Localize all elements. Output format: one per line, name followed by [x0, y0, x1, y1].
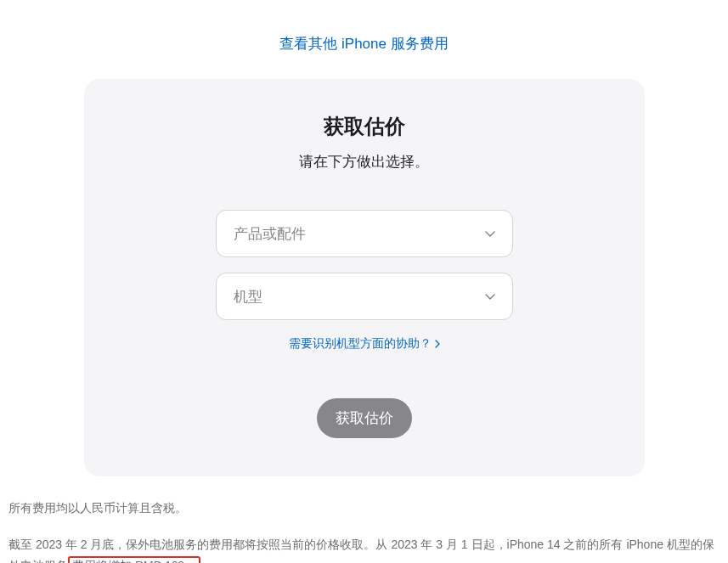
product-select-wrapper: 产品或配件: [216, 210, 513, 257]
other-services-link[interactable]: 查看其他 iPhone 服务费用: [279, 36, 448, 52]
help-link-container: 需要识别机型方面的协助？: [127, 335, 602, 352]
chevron-down-icon: [485, 228, 495, 239]
top-link-container: 查看其他 iPhone 服务费用: [0, 0, 728, 79]
identify-model-help-link[interactable]: 需要识别机型方面的协助？: [289, 336, 440, 352]
footer-line2: 截至 2023 年 2 月底，保外电池服务的费用都将按照当前的价格收取。从 20…: [8, 534, 720, 563]
estimate-card: 获取估价 请在下方做出选择。 产品或配件 机型: [84, 79, 645, 476]
chevron-right-icon: [435, 337, 440, 351]
footer-text: 所有费用均以人民币计算且含税。 截至 2023 年 2 月底，保外电池服务的费用…: [0, 476, 728, 563]
help-link-label: 需要识别机型方面的协助？: [289, 336, 432, 352]
get-estimate-button[interactable]: 获取估价: [317, 398, 412, 438]
model-select-placeholder: 机型: [234, 287, 262, 307]
model-select-wrapper: 机型: [216, 273, 513, 320]
product-select[interactable]: 产品或配件: [216, 210, 513, 257]
card-subtitle: 请在下方做出选择。: [127, 152, 602, 172]
chevron-down-icon: [485, 291, 495, 301]
footer-line1: 所有费用均以人民币计算且含税。: [8, 498, 720, 519]
product-select-placeholder: 产品或配件: [234, 224, 306, 244]
card-title: 获取估价: [127, 113, 602, 140]
model-select[interactable]: 机型: [216, 273, 513, 320]
footer-highlight: 费用将增加 RMB 169。: [68, 556, 200, 563]
